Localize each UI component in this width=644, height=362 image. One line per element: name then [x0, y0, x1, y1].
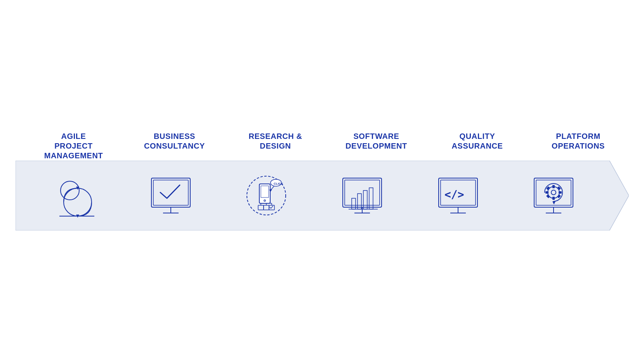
label-research-text: RESEARCH &DESIGN — [229, 132, 322, 151]
label-agile-text: AGILEPROJECTMANAGEMENT — [27, 132, 120, 161]
svg-rect-25 — [343, 178, 382, 207]
svg-rect-29 — [363, 191, 367, 209]
agile-icon-item — [27, 170, 123, 221]
business-icon — [146, 170, 196, 221]
labels-row: AGILEPROJECTMANAGEMENT BUSINESSCONSULTAN… — [16, 132, 629, 161]
software-icon — [337, 170, 387, 221]
svg-point-42 — [551, 190, 556, 195]
label-research: RESEARCH &DESIGN — [225, 132, 326, 161]
quality-icon-item: </> — [410, 170, 506, 221]
svg-marker-51 — [552, 201, 555, 204]
agile-icon — [50, 170, 100, 221]
svg-rect-43 — [552, 185, 555, 188]
label-platform-text: PLATFORMOPERATIONS — [532, 132, 625, 151]
svg-rect-7 — [153, 180, 188, 205]
icons-row: CLICK — [16, 161, 613, 230]
platform-icon — [528, 170, 579, 221]
svg-rect-49 — [546, 194, 550, 198]
research-icon-item: CLICK — [219, 170, 314, 221]
label-quality: QUALITYASSURANCE — [427, 132, 528, 161]
business-icon-item — [123, 170, 219, 221]
svg-rect-46 — [559, 191, 562, 194]
svg-rect-30 — [369, 188, 373, 209]
platform-icon-item — [506, 170, 602, 221]
svg-rect-14 — [258, 205, 264, 210]
arrow-shape-wrapper: CLICK — [16, 161, 629, 230]
svg-rect-16 — [264, 205, 269, 210]
label-business: BUSINESSCONSULTANCY — [124, 132, 225, 161]
label-platform: PLATFORMOPERATIONS — [528, 132, 629, 161]
research-icon: CLICK — [241, 170, 292, 221]
svg-text:</>: </> — [444, 188, 464, 201]
label-software-text: SOFTWAREDEVELOPMENT — [330, 132, 423, 151]
svg-rect-45 — [545, 191, 549, 194]
software-icon-item — [314, 170, 410, 221]
svg-text:CLICK: CLICK — [274, 182, 283, 185]
label-business-text: BUSINESSCONSULTANCY — [128, 132, 221, 151]
svg-point-1 — [64, 188, 92, 216]
label-quality-text: QUALITYASSURANCE — [431, 132, 524, 151]
label-agile: AGILEPROJECTMANAGEMENT — [23, 132, 124, 161]
label-software: SOFTWAREDEVELOPMENT — [326, 132, 427, 161]
svg-rect-44 — [552, 197, 555, 200]
svg-rect-6 — [151, 178, 190, 207]
arrow-banner: AGILEPROJECTMANAGEMENT BUSINESSCONSULTAN… — [16, 132, 629, 230]
main-container: AGILEPROJECTMANAGEMENT BUSINESSCONSULTAN… — [16, 132, 629, 230]
svg-rect-26 — [345, 180, 380, 205]
quality-icon: </> — [433, 170, 483, 221]
